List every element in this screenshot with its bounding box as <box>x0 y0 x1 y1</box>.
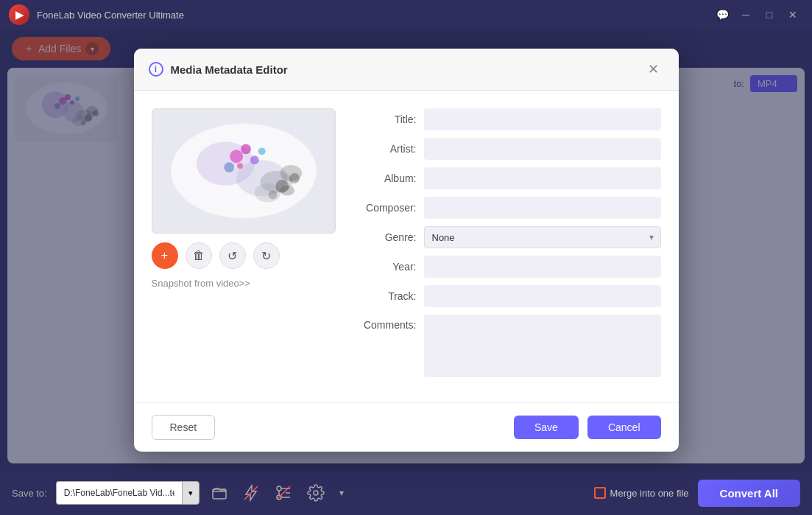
svg-point-21 <box>250 155 258 164</box>
composer-label: Composer: <box>358 202 417 214</box>
maximize-button[interactable]: □ <box>759 4 780 25</box>
album-label: Album: <box>358 172 417 184</box>
dialog-title: Media Metadata Editor <box>171 63 636 76</box>
preview-image <box>152 108 336 234</box>
undo-button[interactable]: ↺ <box>219 242 246 269</box>
title-label: Title: <box>358 113 417 125</box>
svg-point-24 <box>237 163 243 169</box>
track-label: Track: <box>358 290 417 302</box>
dialog-info-icon: i <box>149 62 163 77</box>
save-to-label: Save to: <box>12 488 47 499</box>
title-bar: ▶ FoneLab Video Converter Ultimate 💬 ─ □… <box>0 0 812 29</box>
svg-point-20 <box>241 144 251 154</box>
comments-textarea[interactable] <box>424 315 661 377</box>
title-input[interactable] <box>424 108 661 130</box>
genre-select[interactable]: None Rock Pop Jazz Classical Hip-Hop Ele… <box>424 226 661 248</box>
merge-row: Merge into one file <box>594 487 689 499</box>
dialog-left-panel: + 🗑 ↺ ↻ Snapshot from video>> <box>152 108 336 385</box>
path-dropdown-button[interactable]: ▾ <box>182 481 200 505</box>
svg-rect-32 <box>213 489 226 499</box>
svg-point-19 <box>230 150 243 163</box>
dialog-right-panel: Title: Artist: Album: Composer: <box>358 108 661 385</box>
svg-point-22 <box>224 162 234 172</box>
footer-right: Save Cancel <box>514 416 661 439</box>
comments-label: Comments: <box>358 315 417 331</box>
chat-button[interactable]: 💬 <box>712 4 732 25</box>
save-path-row: ▾ <box>56 481 200 505</box>
comments-field-row: Comments: <box>358 315 661 377</box>
artist-input[interactable] <box>424 138 661 160</box>
year-input[interactable] <box>424 256 661 278</box>
close-button[interactable]: ✕ <box>783 4 803 25</box>
composer-field-row: Composer: <box>358 197 661 219</box>
artist-field-row: Artist: <box>358 138 661 160</box>
app-logo: ▶ <box>9 4 29 25</box>
flash-off-button[interactable] <box>239 481 263 505</box>
add-image-button[interactable]: + <box>152 242 178 269</box>
minimize-button[interactable]: ─ <box>735 4 756 25</box>
year-label: Year: <box>358 261 417 273</box>
app-body: ＋ Add Files ▾ <box>0 29 812 471</box>
bottom-bar: Save to: ▾ ▾ <box>0 471 812 515</box>
year-field-row: Year: <box>358 256 661 278</box>
redo-button[interactable]: ↻ <box>253 242 280 269</box>
dialog-header: i Media Metadata Editor ✕ <box>134 49 679 91</box>
composer-input[interactable] <box>424 197 661 219</box>
snapshot-link[interactable]: Snapshot from video>> <box>152 278 336 289</box>
track-field-row: Track: <box>358 285 661 307</box>
open-folder-button[interactable] <box>208 482 230 504</box>
genre-label: Genre: <box>358 231 417 243</box>
settings-dropdown-button[interactable]: ▾ <box>336 485 347 501</box>
svg-point-42 <box>314 491 318 495</box>
dialog-footer: Reset Save Cancel <box>134 402 679 452</box>
modal-backdrop: i Media Metadata Editor ✕ <box>0 29 812 471</box>
delete-image-button[interactable]: 🗑 <box>186 242 212 269</box>
artist-label: Artist: <box>358 143 417 155</box>
logo-icon: ▶ <box>15 9 24 21</box>
album-input[interactable] <box>424 167 661 189</box>
save-path-input[interactable] <box>56 481 182 505</box>
svg-point-31 <box>280 186 294 196</box>
svg-point-23 <box>258 147 265 155</box>
dialog-close-button[interactable]: ✕ <box>643 59 664 80</box>
reset-button[interactable]: Reset <box>152 415 216 440</box>
svg-point-36 <box>277 486 281 491</box>
genre-select-wrapper: None Rock Pop Jazz Classical Hip-Hop Ele… <box>424 226 661 248</box>
svg-point-30 <box>268 191 277 200</box>
settings-button[interactable] <box>304 481 328 505</box>
trim-button[interactable] <box>272 481 295 505</box>
genre-field-row: Genre: None Rock Pop Jazz Classical Hip-… <box>358 226 661 248</box>
dialog-body: + 🗑 ↺ ↻ Snapshot from video>> Title: Art… <box>134 91 679 402</box>
track-input[interactable] <box>424 285 661 307</box>
merge-checkbox[interactable] <box>594 487 606 499</box>
convert-all-button[interactable]: Convert All <box>698 480 800 507</box>
media-metadata-dialog: i Media Metadata Editor ✕ <box>134 49 679 452</box>
preview-art <box>152 109 335 233</box>
album-field-row: Album: <box>358 167 661 189</box>
window-controls: 💬 ─ □ ✕ <box>712 4 803 25</box>
title-field-row: Title: <box>358 108 661 130</box>
image-controls: + 🗑 ↺ ↻ <box>152 242 336 269</box>
merge-label-text: Merge into one file <box>610 488 689 499</box>
svg-point-29 <box>289 173 300 183</box>
app-title: FoneLab Video Converter Ultimate <box>37 10 705 21</box>
save-button[interactable]: Save <box>514 416 579 439</box>
cancel-button[interactable]: Cancel <box>587 416 661 439</box>
